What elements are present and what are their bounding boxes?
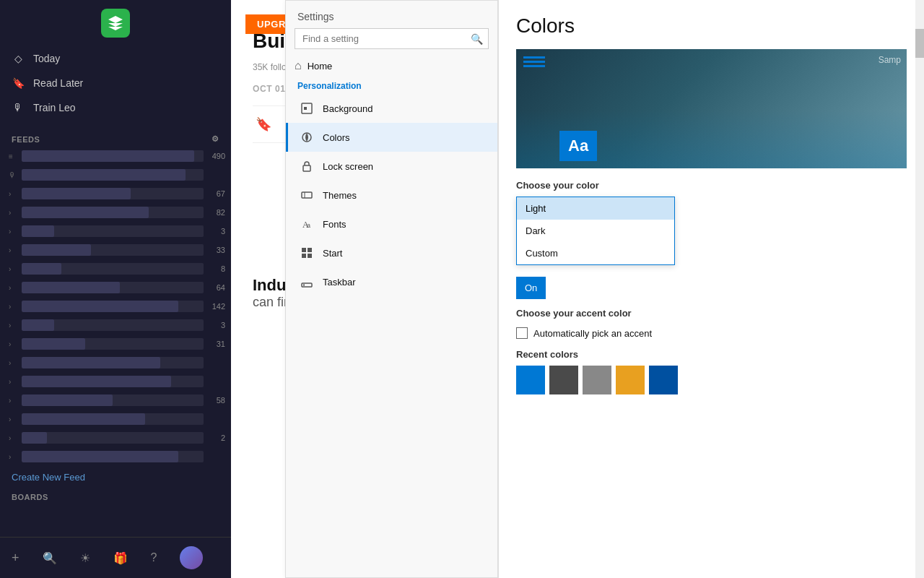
feed-count: 67 [208, 189, 225, 198]
swatch-blue[interactable] [516, 366, 545, 394]
chevron-icon: › [9, 246, 17, 254]
feed-bar [22, 319, 54, 331]
settings-themes-item[interactable]: Themes [286, 181, 497, 210]
color-dropdown: Light Dark Custom [516, 197, 675, 265]
svg-rect-11 [302, 192, 312, 198]
chevron-icon: › [9, 415, 17, 423]
feed-count: 58 [208, 396, 225, 405]
list-item[interactable]: › 3 [0, 316, 231, 335]
settings-lockscreen-item[interactable]: Lock screen [286, 152, 497, 181]
on-label: On [525, 282, 537, 293]
dropdown-option-light[interactable]: Light [517, 197, 674, 220]
preview-bar-2 [523, 61, 545, 63]
list-item[interactable]: › [0, 372, 231, 391]
gift-nav-item[interactable]: 🎁 [102, 545, 139, 571]
add-nav-item[interactable]: + [0, 545, 31, 571]
feedly-logo[interactable] [101, 9, 130, 38]
feed-bar-container [22, 263, 204, 275]
scrollbar-thumb[interactable] [915, 29, 924, 58]
list-item[interactable]: › 33 [0, 241, 231, 259]
preview-accent: Aa [559, 131, 597, 161]
nav-today[interactable]: ◇ Today [0, 46, 231, 71]
help-nav-item[interactable]: ? [139, 545, 169, 570]
list-item[interactable]: › [0, 447, 231, 466]
feed-bar-container [22, 301, 204, 312]
color-preview-image: Aa Samp [516, 49, 907, 168]
swatch-orange[interactable] [616, 366, 645, 394]
boards-header: BOARDS [0, 488, 231, 503]
user-avatar[interactable] [180, 546, 203, 569]
colors-panel: Colors Aa Samp Choose your color Light D… [498, 0, 924, 578]
settings-search-icon: 🔍 [471, 33, 483, 45]
feed-count: 142 [208, 302, 225, 311]
chevron-icon: › [9, 190, 17, 198]
mic-icon: 🎙 [9, 171, 17, 179]
search-nav-item[interactable]: 🔍 [31, 545, 69, 571]
list-item[interactable]: › [0, 353, 231, 372]
list-item[interactable]: › 2 [0, 428, 231, 447]
feed-bar [22, 188, 131, 199]
nav-train-leo[interactable]: 🎙 Train Leo [0, 95, 231, 120]
list-item[interactable]: › 67 [0, 184, 231, 203]
feed-bar [22, 394, 113, 406]
sun-icon: ☀ [80, 551, 90, 565]
on-toggle[interactable]: On [516, 277, 546, 299]
feeds-gear-icon[interactable]: ⚙ [212, 134, 219, 144]
list-item[interactable]: › 3 [0, 222, 231, 241]
settings-background-item[interactable]: Background [286, 94, 497, 123]
feed-bar-container [22, 244, 204, 256]
settings-search-input[interactable] [295, 28, 489, 49]
list-item[interactable]: › 142 [0, 297, 231, 316]
bookmark-button[interactable]: 🔖 [253, 113, 274, 135]
settings-home-item[interactable]: ⌂ Home [286, 55, 497, 75]
background-icon [300, 101, 314, 116]
list-item[interactable]: › [0, 410, 231, 428]
chevron-icon: › [9, 322, 17, 329]
scrollbar[interactable] [915, 0, 924, 578]
dropdown-option-dark[interactable]: Dark [517, 220, 674, 242]
settings-start-label: Start [323, 248, 342, 259]
feed-count: 31 [208, 340, 225, 348]
feed-bar [22, 376, 171, 387]
home-icon: ⌂ [295, 59, 302, 72]
swatch-dark-gray[interactable] [549, 366, 578, 394]
swatch-gray[interactable] [583, 366, 611, 394]
list-item[interactable]: 🎙 [0, 165, 231, 184]
chevron-icon: › [9, 284, 17, 292]
feed-count: 33 [208, 246, 225, 254]
settings-start-item[interactable]: Start [286, 238, 497, 267]
list-item[interactable]: › 31 [0, 335, 231, 353]
settings-colors-label: Colors [323, 132, 350, 143]
nav-read-later[interactable]: 🔖 Read Later [0, 71, 231, 95]
discover-nav-item[interactable]: ☀ [69, 545, 102, 571]
settings-title: Settings [286, 1, 497, 28]
nav-train-leo-label: Train Leo [33, 102, 76, 113]
settings-taskbar-item[interactable]: Taskbar [286, 267, 497, 296]
feed-bar [22, 282, 120, 293]
lockscreen-icon [300, 159, 314, 173]
choose-color-label: Choose your color [516, 180, 907, 191]
preview-aa-text: Aa [568, 137, 588, 155]
feed-bar-container [22, 207, 204, 218]
list-item[interactable]: › 82 [0, 203, 231, 222]
auto-accent-checkbox[interactable] [516, 327, 528, 339]
feed-bar-container [22, 357, 204, 368]
list-item[interactable]: › 8 [0, 259, 231, 278]
start-icon [300, 246, 314, 260]
dropdown-option-custom[interactable]: Custom [517, 242, 674, 264]
feed-list: ≡ 490 🎙 › 67 › 82 [0, 147, 231, 537]
preview-bar-3 [523, 65, 545, 67]
feeds-label: FEEDS [12, 135, 40, 144]
list-item[interactable]: › 58 [0, 391, 231, 410]
list-item[interactable]: › 64 [0, 278, 231, 297]
list-item[interactable]: ≡ 490 [0, 147, 231, 165]
settings-colors-item[interactable]: Colors [286, 123, 497, 152]
preview-sample-text: Samp [879, 55, 901, 65]
settings-fonts-item[interactable]: Aa Fonts [286, 210, 497, 238]
create-feed-button[interactable]: Create New Feed [0, 466, 231, 488]
feed-bar-container [22, 413, 204, 425]
swatch-dark-blue[interactable] [649, 366, 678, 394]
auto-accent-label: Automatically pick an accent [533, 328, 652, 339]
accent-color-section: Choose your accent color [516, 308, 907, 319]
feed-bar-container [22, 188, 204, 199]
